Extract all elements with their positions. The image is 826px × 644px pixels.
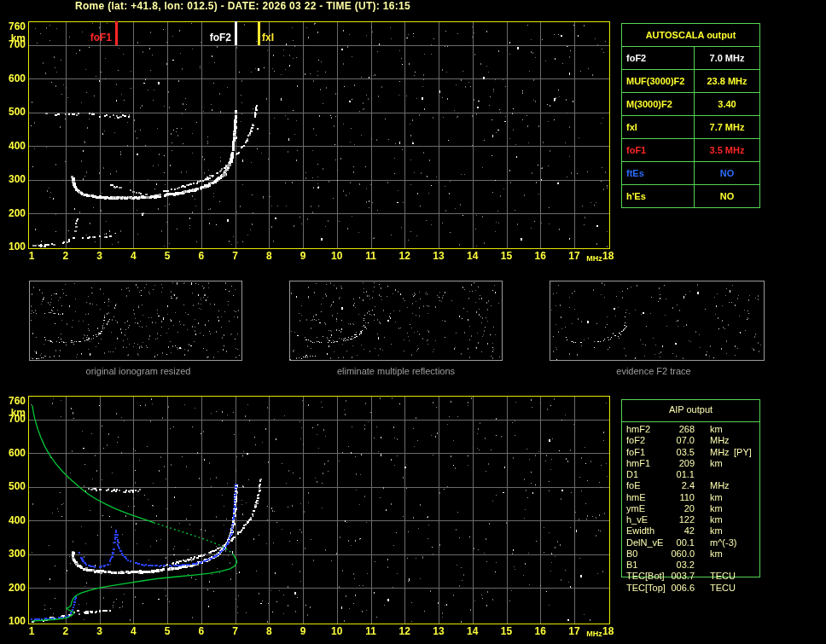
aip-param-unit: km — [710, 424, 723, 434]
aip-param-name: hmF2 — [626, 424, 650, 434]
autoscala-table-header: AUTOSCALA output — [622, 24, 760, 47]
aip-param-name: foF2 — [626, 435, 645, 445]
aip-row-Ewidth: Ewidth42km — [621, 525, 760, 537]
aip-row-foE: foE2.4MHz — [621, 480, 760, 491]
aip-param-value: 209 — [660, 458, 695, 468]
table-row-ftEs: ftEs NO — [622, 162, 760, 185]
aip-row-DelN_vE: DelN_vE00.1m^(-3) — [621, 537, 760, 548]
aip-param-name: ymE — [626, 503, 645, 513]
param-value: NO — [695, 162, 760, 185]
aip-param-value: 00.1 — [660, 537, 695, 548]
table-row-MUF3000F2: MUF(3000)F2 23.8 MHz — [622, 70, 760, 93]
aip-row-ymE: ymE20km — [621, 503, 760, 514]
foF1-marker-label: foF1 — [77, 32, 112, 44]
aip-param-name: B0 — [626, 548, 637, 559]
aip-param-flag: [PY] — [734, 447, 752, 457]
aip-rows: hmF2268km foF207.0MHz foF103.5MHz[PY] hm… — [621, 424, 760, 594]
aip-param-name: DelN_vE — [626, 537, 663, 548]
aip-param-value: 07.0 — [660, 435, 695, 445]
aip-row-TEC-Top: TEC[Top]006.6TECU — [621, 583, 760, 594]
param-label: ftEs — [622, 162, 695, 185]
aip-row-B1: B103.2 — [621, 560, 760, 571]
aip-param-unit: km — [710, 525, 723, 536]
aip-param-unit: km — [710, 548, 723, 559]
aip-param-value: 03.2 — [660, 560, 695, 570]
aip-row-B0: B0060.0km — [621, 548, 760, 560]
aip-row-foF1: foF103.5MHz[PY] — [621, 447, 760, 458]
aip-param-unit: TECU — [710, 583, 736, 593]
aip-header-divider — [621, 421, 760, 422]
autoscala-output-table: AUTOSCALA output foF2 7.0 MHz MUF(3000)F… — [621, 23, 760, 208]
aip-param-unit: MHz — [710, 480, 730, 490]
thumbnail-caption-original: original ionogram resized — [44, 366, 232, 376]
aip-param-value: 01.1 — [660, 469, 695, 479]
param-value: 3.40 — [695, 93, 760, 116]
param-label: foF2 — [622, 47, 695, 70]
aip-row-D1: D101.1 — [621, 469, 760, 480]
aip-param-name: hmE — [626, 492, 646, 502]
aip-row-hmF1: hmF1209km — [621, 458, 760, 469]
aip-param-value: 2.4 — [660, 480, 695, 490]
aip-param-value: 006.6 — [660, 583, 695, 593]
aip-param-unit: km — [710, 492, 723, 502]
aip-param-unit: MHz — [710, 435, 730, 445]
fxI-marker-label: fxI — [262, 32, 274, 44]
aip-row-hmF2: hmF2268km — [621, 424, 760, 435]
aip-param-value: 060.0 — [660, 548, 695, 559]
aip-param-value: 20 — [660, 503, 695, 513]
aip-param-unit: TECU — [710, 571, 736, 581]
aip-row-foF2: foF207.0MHz — [621, 435, 760, 446]
table-row-M3000F2: M(3000)F2 3.40 — [622, 93, 760, 116]
aip-param-value: 110 — [660, 492, 695, 502]
aip-param-name: hmF1 — [626, 458, 650, 468]
param-value: 7.0 MHz — [695, 47, 760, 70]
table-row-foF2: foF2 7.0 MHz — [622, 47, 760, 70]
aip-panel-title: AIP output — [621, 404, 760, 415]
aip-param-unit: km — [710, 514, 723, 525]
param-label: fxI — [622, 116, 695, 139]
thumbnail-caption-evidence-f2: evidence F2 trace — [560, 366, 747, 376]
thumbnail-caption-eliminate-multiples: eliminate multiple reflections — [302, 366, 490, 376]
foF2-marker-label: foF2 — [196, 32, 231, 44]
aip-param-unit: km — [710, 458, 723, 468]
table-row-fxI: fxI 7.7 MHz — [622, 116, 760, 139]
aip-param-name: Ewidth — [626, 525, 654, 536]
param-value: 7.7 MHz — [695, 116, 760, 139]
aip-param-name: D1 — [626, 469, 638, 479]
aip-param-name: TEC[Bot] — [626, 571, 665, 581]
autoscala-output-screen: Rome (lat: +41.8, lon: 012.5) - DATE: 20… — [0, 0, 826, 644]
aip-param-name: B1 — [626, 560, 637, 570]
aip-param-unit: m^(-3) — [710, 537, 736, 548]
aip-param-value: 268 — [660, 424, 695, 434]
aip-param-name: h_vE — [626, 514, 648, 525]
aip-param-name: foF1 — [626, 447, 645, 457]
param-value: 3.5 MHz — [695, 139, 760, 162]
aip-row-TEC-Bot: TEC[Bot]003.7TECU — [621, 571, 760, 582]
autoscala-table-title: AUTOSCALA output — [622, 24, 760, 47]
aip-row-hmE: hmE110km — [621, 492, 760, 503]
aip-param-value: 03.5 — [660, 447, 695, 457]
table-row-foF1: foF1 3.5 MHz — [622, 139, 760, 162]
table-row-hEs: h'Es NO — [622, 185, 760, 208]
aip-row-h_vE: h_vE122km — [621, 514, 760, 525]
param-label: h'Es — [622, 185, 695, 208]
param-value: NO — [695, 185, 760, 208]
param-value: 23.8 MHz — [695, 70, 760, 93]
aip-param-unit: MHz — [710, 447, 730, 457]
param-label: M(3000)F2 — [622, 93, 695, 116]
aip-param-name: TEC[Top] — [626, 583, 666, 593]
aip-param-value: 122 — [660, 514, 695, 525]
aip-param-unit: km — [710, 503, 723, 513]
aip-param-name: foE — [626, 480, 641, 490]
aip-param-value: 42 — [660, 525, 695, 536]
station-date-time-title: Rome (lat: +41.8, lon: 012.5) - DATE: 20… — [75, 0, 410, 12]
param-label: foF1 — [622, 139, 695, 162]
param-label: MUF(3000)F2 — [622, 70, 695, 93]
aip-param-value: 003.7 — [660, 571, 695, 581]
